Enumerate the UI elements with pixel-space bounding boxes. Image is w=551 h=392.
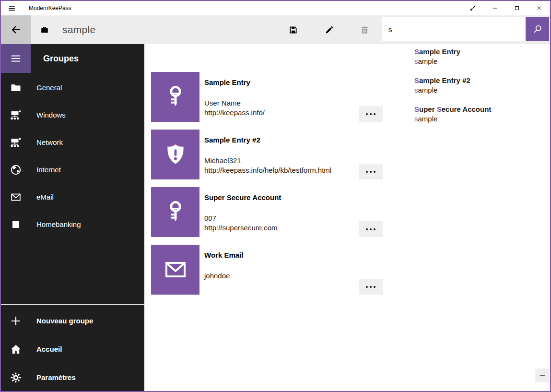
- mail-icon: [163, 257, 188, 282]
- sidebar-item-label: eMail: [36, 193, 54, 201]
- sidebar-action-accueil[interactable]: Accueil: [1, 335, 144, 363]
- edit-button[interactable]: [317, 15, 340, 44]
- entry-details: User Namehttp://keepass.info/: [204, 98, 265, 118]
- entry-detail-line: http://supersecure.com: [204, 223, 281, 233]
- entry-text: Super Secure Account007http://supersecur…: [204, 187, 281, 237]
- more-button[interactable]: [359, 279, 383, 295]
- entry-details: 007http://supersecure.com: [204, 214, 281, 233]
- search-result-subtitle: sample: [414, 114, 491, 124]
- search-result-sample-entry-2[interactable]: Sample Entry #2sample: [414, 74, 491, 103]
- close-icon: [536, 5, 542, 12]
- entry-tile: [151, 245, 199, 295]
- key-icon: [163, 84, 188, 109]
- group-list: GeneralWindowsNetworkInterneteMailHomeba…: [1, 73, 144, 238]
- more-button[interactable]: [359, 221, 383, 237]
- search-result-subtitle: sample: [414, 57, 491, 66]
- entry-details: johndoe: [204, 271, 243, 281]
- diagonal-resize-icon: [469, 5, 476, 12]
- maximize-button[interactable]: [506, 1, 528, 15]
- search-results-flyout: Sample EntrysampleSample Entry #2sampleS…: [414, 45, 491, 131]
- maximize-icon: [514, 5, 520, 12]
- minimize-button[interactable]: [484, 1, 506, 15]
- search-icon: [533, 24, 542, 34]
- hamburger-icon: [10, 53, 22, 64]
- zoom-out-button[interactable]: [535, 368, 549, 382]
- sidebar-action-nouveau-groupe[interactable]: Nouveau groupe: [1, 307, 144, 335]
- entry-tile: [151, 130, 199, 179]
- entry-text: Work Emailjohndoe: [204, 245, 243, 295]
- entry-sample-entry[interactable]: Sample EntryUser Namehttp://keepass.info…: [151, 72, 383, 122]
- entry-details: Michael321http://keepass.info/help/kb/te…: [204, 156, 331, 175]
- app-command-bar: sample: [1, 15, 550, 44]
- save-button[interactable]: [281, 15, 305, 44]
- app-menu-button[interactable]: [1, 1, 22, 15]
- pencil-icon: [325, 25, 334, 35]
- search-input[interactable]: [382, 17, 526, 41]
- sidebar-bottom-actions: Nouveau groupeAccueilParamètres: [1, 304, 144, 391]
- network-icon: [10, 109, 22, 121]
- nav-toggle-button[interactable]: [1, 44, 31, 73]
- entry-detail-line: Michael321: [204, 156, 331, 166]
- entry-text: Sample EntryUser Namehttp://keepass.info…: [204, 72, 265, 122]
- minimize-icon: [492, 5, 498, 12]
- plus-icon: [10, 315, 22, 327]
- entry-sample-entry-2[interactable]: Sample Entry #2Michael321http://keepass.…: [151, 130, 383, 179]
- save-icon: [289, 25, 298, 35]
- search-button[interactable]: [526, 17, 549, 41]
- entry-tile: [151, 187, 199, 237]
- mail-icon: [10, 191, 22, 203]
- shield-alert-icon: [163, 142, 188, 167]
- delete-button[interactable]: [353, 15, 376, 44]
- entry-title: Sample Entry: [204, 78, 265, 87]
- entry-detail-line: 007: [204, 214, 281, 223]
- entry-text: Sample Entry #2Michael321http://keepass.…: [204, 130, 331, 179]
- sidebar-item-windows[interactable]: Windows: [1, 101, 144, 129]
- sidebar-item-label: Windows: [36, 111, 66, 119]
- home-icon: [10, 344, 22, 355]
- sidebar-item-label: Internet: [36, 166, 61, 174]
- search-box: [382, 17, 549, 41]
- fullscreen-button[interactable]: [462, 1, 484, 15]
- sidebar-item-internet[interactable]: Internet: [1, 156, 144, 183]
- sidebar-item-general[interactable]: General: [1, 74, 144, 101]
- entry-tile: [151, 72, 199, 122]
- more-button[interactable]: [359, 106, 383, 122]
- sidebar-item-email[interactable]: eMail: [1, 183, 144, 211]
- titlebar: ModernKeePass: [1, 1, 550, 15]
- sidebar-action-param-tres[interactable]: Paramètres: [1, 363, 144, 392]
- sidebar-action-label: Paramètres: [36, 373, 76, 381]
- sidebar-item-network[interactable]: Network: [1, 129, 144, 156]
- search-result-title: Sample Entry #2: [414, 74, 491, 85]
- window-title: ModernKeePass: [29, 5, 71, 12]
- sidebar: Groupes GeneralWindowsNetworkInterneteMa…: [1, 44, 144, 391]
- sidebar-item-label: General: [36, 83, 62, 92]
- entry-detail-line: http://keepass.info/help/kb/testform.htm…: [204, 166, 331, 175]
- close-button[interactable]: [528, 1, 550, 15]
- sidebar-action-label: Nouveau groupe: [36, 317, 93, 325]
- entry-title: Sample Entry #2: [204, 136, 331, 144]
- key-icon: [163, 200, 188, 225]
- search-result-subtitle: sample: [414, 85, 491, 95]
- sidebar-item-label: Network: [36, 138, 63, 146]
- gear-icon: [10, 372, 22, 383]
- network-icon: [10, 137, 22, 148]
- entry-title: Super Secure Account: [204, 193, 281, 202]
- entry-work-email[interactable]: Work Emailjohndoe: [151, 245, 383, 295]
- trash-icon: [360, 25, 369, 35]
- hamburger-icon: [8, 5, 16, 12]
- entry-detail-line: User Name: [204, 98, 265, 108]
- groups-heading: Groupes: [43, 44, 79, 73]
- search-result-sample-entry[interactable]: Sample Entrysample: [414, 45, 491, 74]
- square-icon: [10, 219, 22, 230]
- globe-icon: [10, 164, 22, 176]
- sidebar-item-homebanking[interactable]: Homebanking: [1, 211, 144, 238]
- more-button[interactable]: [359, 164, 383, 179]
- entry-super-secure-account[interactable]: Super Secure Account007http://supersecur…: [151, 187, 383, 237]
- search-result-super-secure-account[interactable]: Super Secure Accountsample: [414, 103, 491, 131]
- sidebar-item-label: Homebanking: [36, 220, 81, 228]
- entry-title: Work Email: [204, 251, 243, 260]
- entry-detail-line: johndoe: [204, 271, 243, 281]
- search-result-title: Sample Entry: [414, 45, 491, 57]
- window-controls: [462, 1, 550, 15]
- sidebar-action-label: Accueil: [36, 345, 62, 353]
